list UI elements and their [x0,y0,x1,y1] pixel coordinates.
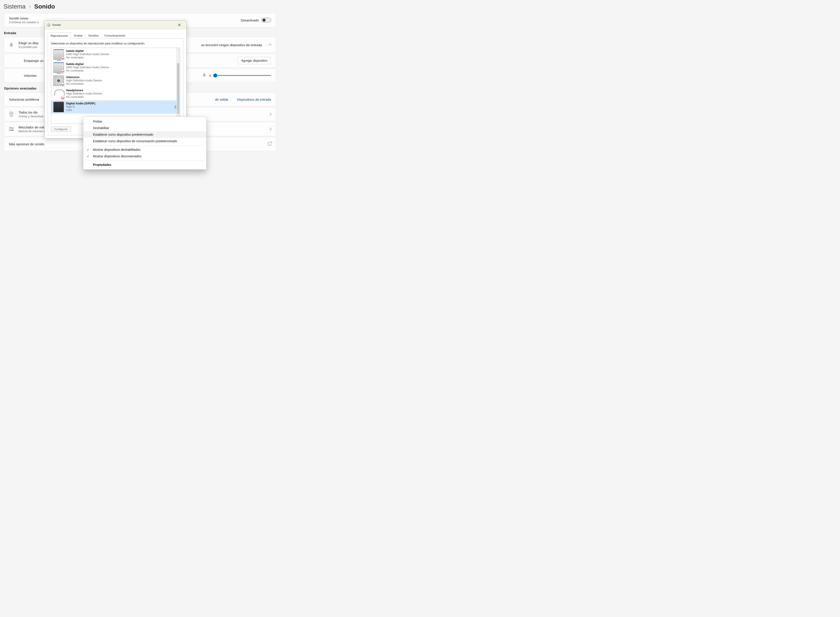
device-row[interactable]: HeadphonesHigh Definition Audio DeviceNo… [51,87,180,100]
chevron-right-icon[interactable] [268,128,271,131]
choose-input-subtitle: Es posible que [19,45,38,49]
device-list[interactable]: Salida digitalAMD High Definition Audio … [51,48,180,124]
device-status: No conectado [66,95,102,99]
disconnected-badge-icon [61,96,65,100]
tab-sounds[interactable]: Sonidos [85,32,102,38]
head-icon [53,89,64,99]
chevron-up-icon[interactable] [268,44,271,47]
volume-value: 0 [209,74,211,77]
tab-playback[interactable]: Reproducción [48,32,71,39]
device-context-menu: ProbarDeshabilitarEstablecer como dispos… [83,117,206,170]
svg-rect-1 [204,74,205,75]
menu-item[interactable]: Establecer como dispositivo predetermina… [83,131,206,138]
device-row[interactable]: AltavocesHigh Definition Audio DeviceNo … [51,74,180,87]
menu-item[interactable]: Deshabilitar [83,125,206,131]
breadcrumb-system[interactable]: Sistema [3,3,26,10]
device-name: Headphones [66,89,102,92]
speaker-icon [10,112,13,117]
troubleshoot-output-link[interactable]: de salida [215,97,228,101]
mono-toggle-label: Desactivado [241,18,259,22]
device-desc: AMD High Definition Audio Device [66,53,109,56]
troubleshoot-input-link[interactable]: Dispositivos de entrada [237,97,271,101]
tab-record[interactable]: Grabar [71,32,85,38]
breadcrumb-sound: Sonido [34,3,55,10]
speaker-icon [53,75,64,86]
menu-item[interactable]: Establecer como dispositivo de comunicac… [83,138,206,145]
dialog-tabs: Reproducción Grabar Sonidos Comunicacion… [45,29,186,38]
dialog-titlebar[interactable]: Sonido [45,21,186,29]
mono-subtitle: Combinar los canales d [9,21,39,24]
sound-cpl-icon [47,23,50,27]
device-name: Salida digital [66,49,109,53]
spdif-icon [53,102,64,112]
device-row[interactable]: Digital Audio (S/PDIF)High DListo [51,100,180,114]
pair-device-title: Emparejar un [24,59,44,63]
mic-icon[interactable] [202,72,206,78]
chevron-right-icon[interactable] [268,113,271,116]
add-device-button[interactable]: Agregar dispositivo [237,57,271,64]
disconnected-badge-icon [60,69,65,74]
mic-icon [9,42,14,47]
device-status: No conectado [66,69,109,72]
toggle-switch-icon[interactable] [261,18,271,22]
no-input-device-text: se encontró ningún dispositivo de entrad… [201,43,263,47]
monitor-icon [53,62,64,73]
close-button[interactable] [175,22,184,28]
menu-separator [85,160,204,161]
menu-item[interactable]: Mostrar dispositivos deshabilitados [83,146,206,153]
device-status: Listo [66,108,95,112]
mixer-icon [9,127,14,131]
disconnected-badge-icon [60,56,65,61]
device-row[interactable]: Salida digitalAMD High Definition Audio … [51,48,180,61]
device-row[interactable]: Salida digitalAMD High Definition Audio … [51,61,180,74]
device-desc: High D [66,105,95,108]
breadcrumb: Sistema › Sonido [0,0,280,12]
device-desc: High Definition Audio Device [66,79,102,82]
volume-slider[interactable] [214,75,271,76]
disconnected-badge-icon [60,83,65,87]
mono-toggle[interactable]: Desactivado [241,18,271,22]
svg-rect-0 [11,43,12,45]
device-status: No conectado [66,82,102,85]
device-name: Digital Audio (S/PDIF) [66,102,95,105]
menu-item[interactable]: Propiedades [83,161,206,168]
monitor-icon [53,49,64,60]
device-name: Altavoces [66,75,102,79]
tab-communications[interactable]: Comunicaciones [102,32,128,38]
choose-input-title: Elegir un disp [19,41,38,45]
menu-separator [85,145,204,146]
menu-item[interactable]: Probar [83,118,206,125]
volume-label: Volumen [24,74,37,77]
device-desc: AMD High Definition Audio Device [66,66,109,69]
menu-item[interactable]: Mostrar dispositivos desconectados [83,153,206,159]
chevron-right-icon: › [29,4,31,9]
troubleshoot-title: Solucionar problema [9,97,39,101]
external-link-icon [268,142,271,146]
playback-instruction: Seleccione un dispositivo de reproducció… [51,42,180,45]
scrollbar[interactable] [176,48,180,124]
more-sound-title: Más opciones de sonido [9,142,44,146]
device-name: Salida digital [66,62,109,66]
configure-button[interactable]: Configurar [51,127,71,132]
device-desc: High Definition Audio Device [66,92,102,95]
mono-title: Sonido mono [9,16,39,20]
device-status: No conectado [66,56,109,59]
dialog-title: Sonido [52,23,175,27]
